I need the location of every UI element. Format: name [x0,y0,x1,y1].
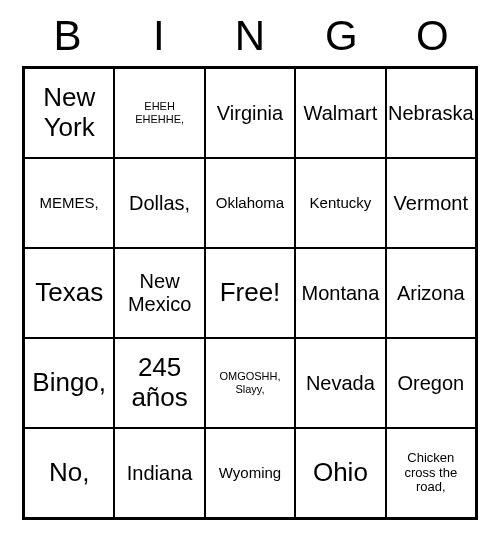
header-letter-g: G [296,12,387,60]
bingo-cell[interactable]: Kentucky [295,158,385,248]
bingo-cell[interactable]: New Mexico [114,248,204,338]
bingo-cell[interactable]: Oklahoma [205,158,295,248]
bingo-cell[interactable]: EHEH EHEHHE, [114,68,204,158]
bingo-grid: New York EHEH EHEHHE, Virginia Walmart N… [22,66,478,520]
bingo-cell[interactable]: Dollas, [114,158,204,248]
bingo-cell[interactable]: Wyoming [205,428,295,518]
header-letter-b: B [22,12,113,60]
bingo-cell[interactable]: Nevada [295,338,385,428]
bingo-cell[interactable]: Montana [295,248,385,338]
bingo-cell[interactable]: Indiana [114,428,204,518]
bingo-cell[interactable]: Vermont [386,158,476,248]
bingo-cell[interactable]: Ohio [295,428,385,518]
bingo-cell[interactable]: Chicken cross the road, [386,428,476,518]
bingo-cell[interactable]: OMGOSHH, Slayy, [205,338,295,428]
bingo-cell[interactable]: Nebraska [386,68,476,158]
bingo-cell[interactable]: Arizona [386,248,476,338]
bingo-free-cell[interactable]: Free! [205,248,295,338]
bingo-cell[interactable]: MEMES, [24,158,114,248]
bingo-header: B I N G O [22,12,478,60]
bingo-cell[interactable]: Bingo, [24,338,114,428]
bingo-cell[interactable]: No, [24,428,114,518]
bingo-cell[interactable]: Walmart [295,68,385,158]
bingo-cell[interactable]: Virginia [205,68,295,158]
bingo-cell[interactable]: Texas [24,248,114,338]
bingo-cell[interactable]: New York [24,68,114,158]
header-letter-n: N [204,12,295,60]
header-letter-i: I [113,12,204,60]
bingo-cell[interactable]: 245 años [114,338,204,428]
header-letter-o: O [387,12,478,60]
bingo-cell[interactable]: Oregon [386,338,476,428]
